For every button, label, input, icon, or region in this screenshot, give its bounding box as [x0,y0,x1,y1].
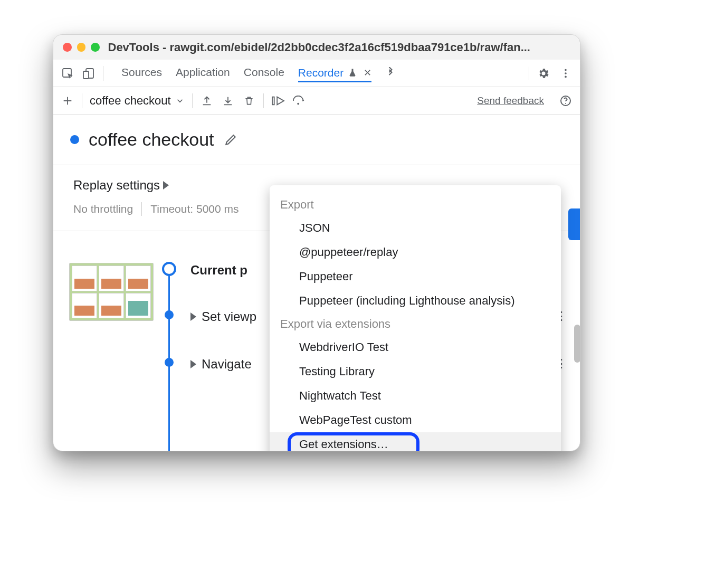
recording-selector-label: coffee checkout [90,94,171,108]
edit-title-button[interactable] [224,133,237,147]
minimize-window-button[interactable] [77,43,86,52]
step-navigate[interactable]: Navigate [190,357,252,372]
tab-sources[interactable]: Sources [121,66,162,80]
get-extensions-item[interactable]: Get extensions… [270,432,561,451]
flask-icon [348,68,357,78]
close-window-button[interactable] [63,43,72,52]
more-tabs-icon[interactable] [385,67,396,79]
export-puppeteer-replay[interactable]: @puppeteer/replay [270,240,561,264]
devtools-window: DevTools - rawgit.com/ebidel/2d2bb0cdec3… [53,34,580,451]
svg-point-5 [565,75,567,78]
page-screenshot-thumbnail [69,263,154,321]
step-label-text: Current p [190,263,247,278]
step-current-page[interactable]: Current p [190,263,247,278]
export-webpagetest[interactable]: WebPageTest custom [270,408,561,432]
recorder-main: coffee checkout Replay settings No throt… [53,115,580,451]
recording-title: coffee checkout [89,129,214,150]
export-json[interactable]: JSON [270,216,561,240]
svg-rect-6 [272,97,274,105]
svg-point-3 [565,69,567,71]
divider [263,93,264,108]
export-puppeteer-lighthouse[interactable]: Puppeteer (including Lighthouse analysis… [270,289,561,313]
dropdown-section-extensions: Export via extensions [270,313,561,335]
caret-right-icon [163,181,169,189]
import-button[interactable] [221,94,235,108]
device-toolbar-icon[interactable] [82,67,96,80]
timeline-node[interactable] [165,310,174,319]
export-puppeteer[interactable]: Puppeteer [270,264,561,289]
kebab-menu-icon[interactable] [559,67,573,80]
divider [103,66,103,81]
maximize-window-button[interactable] [91,43,100,52]
scrollbar-thumb[interactable] [574,325,580,363]
timeline-node-start[interactable] [162,262,176,276]
recording-title-row: coffee checkout [53,115,580,165]
svg-point-7 [297,102,299,105]
recorder-toolbar: coffee checkout Send feedback [53,87,580,115]
tab-application[interactable]: Application [176,66,230,80]
tabstrip-right [529,67,573,80]
export-dropdown: Export JSON @puppeteer/replay Puppeteer … [270,185,561,451]
window-titlebar: DevTools - rawgit.com/ebidel/2d2bb0cdec3… [53,35,580,60]
caret-right-icon [190,312,196,321]
delete-button[interactable] [242,94,256,108]
throttling-value: No throttling [73,203,133,215]
settings-gear-icon[interactable] [537,67,550,80]
svg-point-4 [565,72,567,74]
step-button[interactable] [292,94,306,108]
panel-tabs: Sources Application Console Recorder ✕ [121,65,521,81]
help-button[interactable] [559,94,573,108]
divider [82,93,82,108]
traffic-lights [63,43,100,52]
timeout-value: Timeout: 5000 ms [150,203,239,215]
chevron-down-icon [175,96,185,106]
play-button[interactable] [271,94,285,108]
close-tab-icon[interactable]: ✕ [364,67,371,79]
new-recording-button[interactable] [61,94,74,108]
export-webdriverio[interactable]: WebdriverIO Test [270,335,561,359]
recording-selector[interactable]: coffee checkout [90,94,185,108]
divider [192,93,193,108]
replay-settings-label: Replay settings [73,178,160,193]
export-button[interactable] [200,94,214,108]
tab-recorder-label: Recorder [298,67,344,79]
inspect-element-icon[interactable] [61,67,74,80]
step-set-viewport[interactable]: Set viewp [190,309,256,324]
export-testing-library[interactable]: Testing Library [270,359,561,384]
dropdown-section-export: Export [270,194,561,216]
caret-right-icon [190,360,196,368]
tab-console[interactable]: Console [244,66,284,80]
svg-point-9 [565,103,566,104]
export-nightwatch[interactable]: Nightwatch Test [270,384,561,408]
window-title: DevTools - rawgit.com/ebidel/2d2bb0cdec3… [108,41,580,54]
divider [141,202,142,216]
svg-rect-2 [83,71,89,79]
send-feedback-link[interactable]: Send feedback [477,95,544,107]
timeline-node[interactable] [165,358,174,367]
record-indicator-icon [70,135,79,144]
get-extensions-label: Get extensions… [299,438,388,451]
step-label-text: Navigate [202,357,252,372]
devtools-tabstrip: Sources Application Console Recorder ✕ [53,60,580,87]
tab-recorder[interactable]: Recorder ✕ [298,67,371,82]
step-label-text: Set viewp [202,309,256,324]
